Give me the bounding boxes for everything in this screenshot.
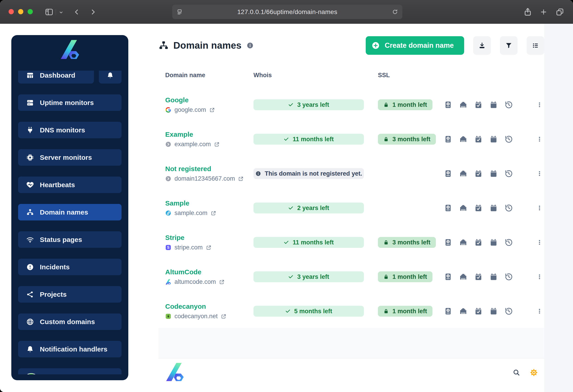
external-link-icon[interactable] [209, 107, 215, 113]
sidebar-toggle-icon[interactable] [45, 8, 54, 16]
external-link-icon[interactable] [211, 211, 216, 216]
external-link-icon[interactable] [221, 314, 226, 319]
calendar-icon[interactable] [489, 135, 498, 143]
sidebar-item-dns-monitors[interactable]: DNS monitors [18, 122, 122, 138]
theme-toggle-sun-icon[interactable] [529, 368, 538, 377]
table-row: Stripe stripe.com 11 months left 3 month… [165, 225, 543, 260]
domain-title[interactable]: Not registered [165, 165, 253, 173]
calendar-check-icon[interactable] [474, 307, 483, 315]
new-tab-icon[interactable] [540, 8, 547, 16]
share-icon[interactable] [523, 7, 532, 17]
external-link-icon[interactable] [219, 279, 225, 285]
external-link-icon[interactable] [206, 245, 211, 250]
sidebar-item-uptime-monitors[interactable]: Uptime monitors [18, 94, 122, 111]
search-icon[interactable] [513, 369, 520, 376]
chevron-down-icon[interactable] [58, 10, 64, 15]
sidebar-item-server-monitors[interactable]: Server monitors [18, 149, 122, 166]
browser-toolbar: 127.0.0.1/66uptime/domain-names [0, 0, 573, 24]
export-button[interactable] [473, 36, 491, 55]
user-card[interactable]: Example sample@example.com [18, 368, 122, 374]
favicon [165, 141, 171, 147]
sidebar-item-domain-names[interactable]: Domain names [18, 204, 122, 220]
row-menu-icon[interactable] [537, 102, 542, 108]
address-bar[interactable]: 127.0.0.1/66uptime/domain-names [172, 5, 402, 19]
history-icon[interactable] [505, 307, 513, 315]
domain-title[interactable]: Codecanyon [165, 303, 253, 310]
external-link-icon[interactable] [238, 176, 244, 181]
whois-lookup-icon[interactable] [444, 204, 452, 212]
whois-lookup-icon[interactable] [444, 238, 452, 247]
external-link-icon[interactable] [214, 142, 219, 147]
nav-icon [26, 345, 34, 353]
whois-lookup-icon[interactable] [444, 307, 452, 315]
row-menu-icon[interactable] [537, 136, 542, 142]
dns-records-icon[interactable] [459, 135, 467, 143]
calendar-icon[interactable] [489, 307, 498, 315]
calendar-check-icon[interactable] [474, 204, 483, 212]
dns-records-icon[interactable] [459, 170, 467, 178]
sidebar-item-heartbeats[interactable]: Heartbeats [18, 177, 122, 193]
row-actions [444, 273, 513, 281]
sitemap-icon [158, 40, 169, 51]
forward-button[interactable] [89, 8, 97, 16]
sidebar-item-label: Uptime monitors [40, 99, 94, 107]
calendar-check-icon[interactable] [474, 273, 483, 281]
info-icon[interactable] [247, 42, 254, 49]
calendar-icon[interactable] [489, 273, 498, 281]
zoom-window-button[interactable] [28, 9, 33, 14]
row-menu-icon[interactable] [537, 171, 542, 177]
domain-title[interactable]: Google [165, 96, 253, 104]
sidebar-item-label: Server monitors [40, 154, 92, 161]
history-icon[interactable] [505, 135, 513, 143]
sidebar-item-dashboard[interactable]: Dashboard [18, 71, 94, 84]
history-icon[interactable] [505, 273, 513, 281]
whois-lookup-icon[interactable] [444, 273, 452, 281]
history-icon[interactable] [505, 238, 513, 247]
row-actions [444, 307, 513, 315]
whois-lookup-icon[interactable] [444, 170, 452, 178]
dns-records-icon[interactable] [459, 238, 467, 247]
url-text[interactable]: 127.0.0.1/66uptime/domain-names [172, 5, 402, 19]
row-menu-icon[interactable] [537, 308, 542, 314]
dns-records-icon[interactable] [459, 307, 467, 315]
calendar-check-icon[interactable] [474, 135, 483, 143]
domain-title[interactable]: Stripe [165, 234, 253, 242]
sidebar-item-notification-handlers[interactable]: Notification handlers [18, 341, 122, 357]
tab-overview-icon[interactable] [555, 8, 564, 16]
whois-lookup-icon[interactable] [444, 135, 452, 143]
calendar-icon[interactable] [489, 238, 498, 247]
sidebar-item-incidents[interactable]: Incidents [18, 259, 122, 275]
back-button[interactable] [73, 8, 81, 16]
view-options-button[interactable] [527, 36, 544, 55]
domain-title[interactable]: AltumCode [165, 268, 253, 276]
calendar-check-icon[interactable] [474, 101, 483, 109]
calendar-icon[interactable] [489, 170, 498, 178]
dns-records-icon[interactable] [459, 204, 467, 212]
sidebar-item-projects[interactable]: Projects [18, 286, 122, 303]
calendar-icon[interactable] [489, 101, 498, 109]
domain-title[interactable]: Example [165, 131, 253, 138]
notifications-button[interactable] [99, 71, 122, 84]
row-menu-icon[interactable] [537, 274, 542, 280]
row-menu-icon[interactable] [537, 205, 542, 211]
sidebar-item-status-pages[interactable]: Status pages [18, 231, 122, 248]
sidebar-item-custom-domains[interactable]: Custom domains [18, 313, 122, 330]
minimize-window-button[interactable] [18, 9, 23, 14]
close-window-button[interactable] [9, 9, 14, 14]
refresh-icon[interactable] [392, 9, 398, 15]
whois-badge: 3 years left [253, 99, 364, 110]
history-icon[interactable] [505, 204, 513, 212]
calendar-icon[interactable] [489, 204, 498, 212]
calendar-check-icon[interactable] [474, 238, 483, 247]
whois-lookup-icon[interactable] [444, 101, 452, 109]
dns-records-icon[interactable] [459, 273, 467, 281]
filter-button[interactable] [500, 36, 518, 55]
create-domain-button[interactable]: Create domain name [366, 36, 464, 55]
row-menu-icon[interactable] [537, 239, 542, 245]
domain-title[interactable]: Sample [165, 199, 253, 207]
history-icon[interactable] [505, 170, 513, 178]
calendar-check-icon[interactable] [474, 170, 483, 178]
dns-records-icon[interactable] [459, 101, 467, 109]
history-icon[interactable] [505, 101, 513, 109]
row-actions [444, 170, 513, 178]
